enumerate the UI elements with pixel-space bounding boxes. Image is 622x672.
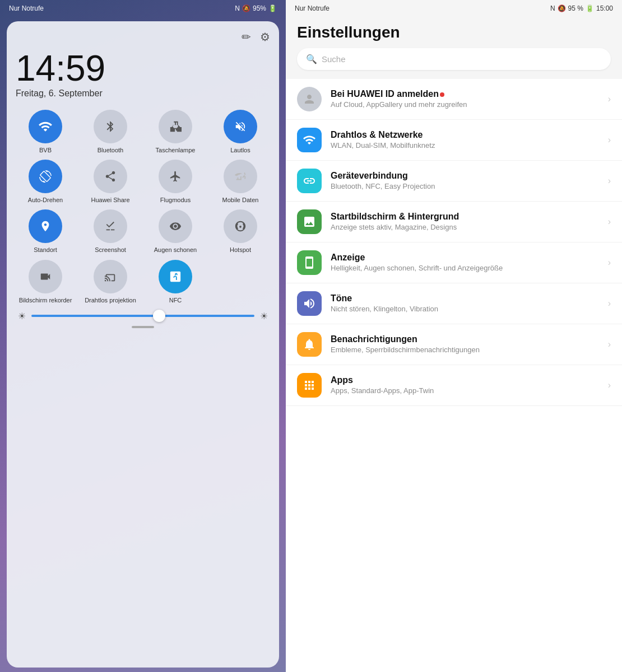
handle-bar: [132, 326, 154, 328]
tile-flugmodus[interactable]: Flugmodus: [146, 160, 205, 204]
status-right-left: N 🔕 95% 🔋: [235, 4, 277, 12]
settings-item-drahtlos[interactable]: Drahtlos & Netzwerke WLAN, Dual-SIM, Mob…: [286, 120, 622, 161]
benach-text: Benachrichtigungen Embleme, Sperrbildsch…: [331, 334, 599, 355]
settings-item-apps[interactable]: Apps Apps, Standard-Apps, App-Twin ›: [286, 365, 622, 406]
tile-mobile-daten[interactable]: Mobile Daten: [211, 160, 270, 204]
tile-auto-drehen-circle: [29, 160, 62, 193]
brightness-thumb[interactable]: [153, 310, 165, 322]
tile-standort-circle: [29, 209, 62, 243]
tile-taschenlampe[interactable]: Taschen­lampe: [146, 110, 205, 154]
tile-huawei-share-label: Huawei Share: [91, 197, 129, 204]
quick-tiles-grid: BVB Bluetooth Taschen­lampe: [16, 110, 270, 304]
brightness-track[interactable]: [31, 315, 254, 317]
chevron-icon-7: ›: [608, 380, 611, 390]
tile-screenshot-circle: [94, 209, 127, 243]
brightness-row: ☀ ☀: [16, 311, 270, 321]
huawei-id-text: Bei HUAWEI ID anmelden Auf Cloud, AppGal…: [331, 89, 599, 110]
tile-bluetooth-circle: [94, 110, 127, 143]
apps-title: Apps: [331, 375, 599, 385]
clock-display: 14:59: [16, 50, 270, 86]
tile-flugmodus-label: Flugmodus: [160, 197, 191, 204]
search-bar[interactable]: 🔍 Suche: [297, 48, 611, 70]
benach-icon: [297, 332, 322, 357]
geraete-sub: Bluetooth, NFC, Easy Projection: [331, 182, 599, 192]
tile-hotspot[interactable]: Hotspot: [211, 209, 270, 254]
geraete-icon: [297, 169, 322, 193]
tile-nfc[interactable]: NFC: [146, 260, 205, 304]
tile-huawei-share[interactable]: Huawei Share: [81, 160, 140, 204]
tile-nfc-circle: [159, 260, 192, 293]
startbild-icon: [297, 209, 322, 234]
tile-drahtlos-projektion[interactable]: Drahtlos projektion: [81, 260, 140, 304]
settings-icon[interactable]: ⚙: [260, 30, 270, 44]
benach-sub: Embleme, Sperrbildschirmbenachrichtigung…: [331, 346, 599, 355]
red-dot: [440, 92, 444, 97]
tile-hotspot-label: Hotspot: [230, 246, 251, 254]
tile-nfc-label: NFC: [169, 297, 182, 304]
geraete-title: Geräteverbindung: [331, 171, 599, 181]
settings-item-toene[interactable]: Töne Nicht stören, Klingelton, Vibration…: [286, 283, 622, 324]
benach-title: Benachrichtigungen: [331, 334, 599, 344]
huawei-avatar: [297, 87, 322, 111]
anzeige-icon: [297, 250, 322, 275]
huawei-id-title: Bei HUAWEI ID anmelden: [331, 89, 599, 99]
status-bar-left: Nur Notrufe N 🔕 95% 🔋: [0, 0, 286, 17]
tile-taschenlampe-label: Taschen­lampe: [156, 147, 196, 154]
tile-bvb-circle: [29, 110, 62, 143]
search-placeholder: Suche: [322, 54, 346, 64]
chevron-icon-5: ›: [608, 298, 611, 309]
tile-bildschirm-rekorder-label: Bildschirm rekorder: [19, 297, 72, 304]
brightness-low-icon: ☀: [18, 311, 26, 321]
tile-lautlos-label: Lautlos: [230, 147, 250, 154]
settings-item-startbild[interactable]: Startbildschirm & Hintergrund Anzeige st…: [286, 202, 622, 242]
anzeige-sub: Helligkeit, Augen schonen, Schrift- und …: [331, 264, 599, 273]
tile-augen-schonen-label: Augen schonen: [154, 246, 197, 254]
tile-bluetooth-label: Bluetooth: [98, 147, 123, 154]
chevron-icon-1: ›: [608, 135, 611, 145]
startbild-text: Startbildschirm & Hintergrund Anzeige st…: [331, 212, 599, 232]
toene-text: Töne Nicht stören, Klingelton, Vibration: [331, 293, 599, 314]
tile-bvb[interactable]: BVB: [16, 110, 75, 154]
settings-item-huawei-id[interactable]: Bei HUAWEI ID anmelden Auf Cloud, AppGal…: [286, 79, 622, 120]
tile-drahtlos-projektion-label: Drahtlos projektion: [85, 297, 136, 304]
tile-standort[interactable]: Standort: [16, 209, 75, 254]
chevron-icon-2: ›: [608, 176, 611, 186]
settings-item-anzeige[interactable]: Anzeige Helligkeit, Augen schonen, Schri…: [286, 242, 622, 283]
chevron-icon-6: ›: [608, 339, 611, 349]
tile-auto-drehen[interactable]: Auto-Drehen: [16, 160, 75, 204]
tile-augen-schonen[interactable]: Augen schonen: [146, 209, 205, 254]
status-right-left-text: Nur Notrufe: [295, 4, 329, 12]
dnd-icon-right: 🔕: [558, 4, 566, 12]
tile-augen-schonen-circle: [159, 209, 192, 243]
startbild-sub: Anzeige stets aktiv, Magazine, Designs: [331, 223, 599, 232]
tile-screenshot-label: Screenshot: [95, 246, 126, 254]
nfc-icon-right: N: [550, 4, 555, 12]
tile-lautlos-circle: [224, 110, 257, 143]
tile-drahtlos-projektion-circle: [94, 260, 127, 293]
status-left: Nur Notrufe: [9, 4, 44, 12]
geraete-text: Geräteverbindung Bluetooth, NFC, Easy Pr…: [331, 171, 599, 192]
chevron-icon-3: ›: [608, 217, 611, 227]
status-right-right: N 🔕 95 % 🔋 15:00: [550, 4, 613, 12]
drahtlos-icon: [297, 128, 322, 152]
battery-icon-left: 🔋: [268, 4, 277, 12]
drahtlos-text: Drahtlos & Netzwerke WLAN, Dual-SIM, Mob…: [331, 130, 599, 151]
settings-item-benach[interactable]: Benachrichtigungen Embleme, Sperrbildsch…: [286, 324, 622, 365]
tile-screenshot[interactable]: Screenshot: [81, 209, 140, 254]
huawei-id-sub: Auf Cloud, AppGallery und mehr zugreifen: [331, 100, 599, 110]
search-icon: 🔍: [306, 54, 317, 64]
toene-icon: [297, 291, 322, 316]
settings-item-geraete[interactable]: Geräteverbindung Bluetooth, NFC, Easy Pr…: [286, 161, 622, 202]
settings-panel: Nur Notrufe N 🔕 95 % 🔋 15:00 Einstellung…: [286, 0, 622, 672]
tile-bluetooth[interactable]: Bluetooth: [81, 110, 140, 154]
tile-huawei-share-circle: [94, 160, 127, 193]
toene-sub: Nicht stören, Klingelton, Vibration: [331, 305, 599, 314]
tile-lautlos[interactable]: Lautlos: [211, 110, 270, 154]
notification-panel: ✏ ⚙ 14:59 Freitag, 6. September BVB Blue…: [7, 21, 279, 668]
tile-bildschirm-rekorder[interactable]: Bildschirm rekorder: [16, 260, 75, 304]
tile-flugmodus-circle: [159, 160, 192, 193]
anzeige-text: Anzeige Helligkeit, Augen schonen, Schri…: [331, 253, 599, 273]
tile-auto-drehen-label: Auto-Drehen: [28, 197, 63, 204]
chevron-icon-4: ›: [608, 258, 611, 268]
edit-icon[interactable]: ✏: [242, 30, 251, 44]
